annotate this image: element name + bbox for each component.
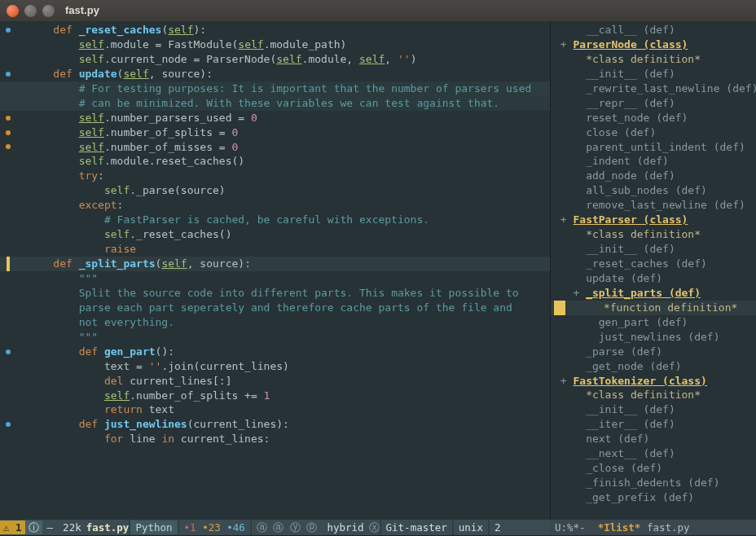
outline-item[interactable]: remove_last_newline (def) [586,199,745,211]
maximize-icon[interactable] [42,5,55,17]
vc-branch[interactable]: Git-master [381,521,452,534]
gutter-dot [6,144,11,149]
minimize-icon[interactable] [24,5,37,17]
flycheck-error-count[interactable]: ⚠ 1 [0,521,25,534]
outline-item[interactable]: close (def) [586,126,656,138]
modeline: ⚠ 1 ⓘ — 22k fast.py Python •1 •23 •46 ⓐ … [0,520,756,535]
outline-item[interactable]: gen_part (def) [599,316,688,328]
buffer-size: 22k [58,521,86,534]
minor-modes: ⓐ ⓐ ⓨ ⓟ [252,521,323,534]
gutter-dot [6,28,11,33]
outline-item[interactable]: *class definition* [586,228,701,240]
outline-item[interactable]: _split_parts (def) [586,287,701,299]
workspace: def _reset_caches(self): self.module = F… [0,21,756,520]
outline-current[interactable]: ▮ *function definition* [551,301,756,315]
outline-item[interactable]: *class definition* [586,389,701,401]
outline-item[interactable]: all_sub_nodes (def) [586,184,707,196]
buffer-name[interactable]: fast.py [86,521,130,534]
outline-item[interactable]: __init__ (def) [586,243,675,255]
evil-state: hybrid [322,521,368,534]
outline-item[interactable]: _rewrite_last_newline (def) [586,82,756,94]
outline-item[interactable]: __init__ (def) [586,403,675,415]
outline-item[interactable]: _get_node (def) [586,360,681,372]
titlebar: fast.py [0,0,756,21]
outline-item[interactable]: __iter__ (def) [586,418,675,430]
current-line[interactable]: def _split_parts(self, source): [0,257,550,271]
line-number: 2 [490,521,506,534]
outline-item[interactable]: _parse (def) [586,345,662,358]
outline-item[interactable]: next (def) [586,433,649,445]
outline-item[interactable]: reset_node (def) [586,112,688,124]
close-icon[interactable] [7,5,19,17]
outline-item[interactable]: _indent (def) [586,155,669,167]
gutter-dot [6,349,11,354]
outline-item[interactable]: __call__ (def) [586,24,675,36]
buffer-status: U:%*- [555,521,586,534]
gutter-dot [6,130,11,135]
outline-item[interactable]: update (def) [586,272,662,284]
outline-class[interactable]: FastTokenizer (class) [573,375,706,387]
outline-item[interactable]: __init__ (def) [586,68,675,80]
outline-item[interactable]: _reset_caches (def) [586,257,707,270]
outline-item[interactable]: parent_until_indent (def) [586,141,745,153]
outline-item[interactable]: __repr__ (def) [586,97,675,109]
outline-item[interactable]: *class definition* [586,53,701,65]
outline-pane[interactable]: __call__ (def) + ParserNode (class) *cla… [550,21,756,520]
ilist-label: *Ilist* [598,521,641,534]
outline-item[interactable]: _finish_dedents (def) [586,477,719,489]
cursor-marker [7,257,10,271]
gutter-dot [6,116,11,121]
encoding: unix [454,521,488,534]
window-title: fast.py [65,3,99,18]
editor-pane[interactable]: def _reset_caches(self): self.module = F… [0,21,550,520]
outline-item[interactable]: just_newlines (def) [599,331,720,343]
info-icon[interactable]: ⓘ [25,521,42,534]
major-mode[interactable]: Python [130,521,177,534]
gutter-dot [6,422,11,427]
modeline-right: U:%*- *Ilist* fast.py [550,520,756,535]
outline-item[interactable]: _get_prefix (def) [586,491,694,503]
outline-item[interactable]: add_node (def) [586,169,675,182]
outline-class[interactable]: FastParser (class) [573,213,688,226]
outline-class[interactable]: ParserNode (class) [573,38,688,51]
ilist-target: fast.py [647,521,690,534]
gutter-dot [6,72,11,77]
outline-item[interactable]: _close (def) [586,462,662,474]
outline-item[interactable]: __next__ (def) [586,447,675,459]
modeline-left: ⚠ 1 ⓘ — 22k fast.py Python •1 •23 •46 ⓐ … [0,520,550,535]
